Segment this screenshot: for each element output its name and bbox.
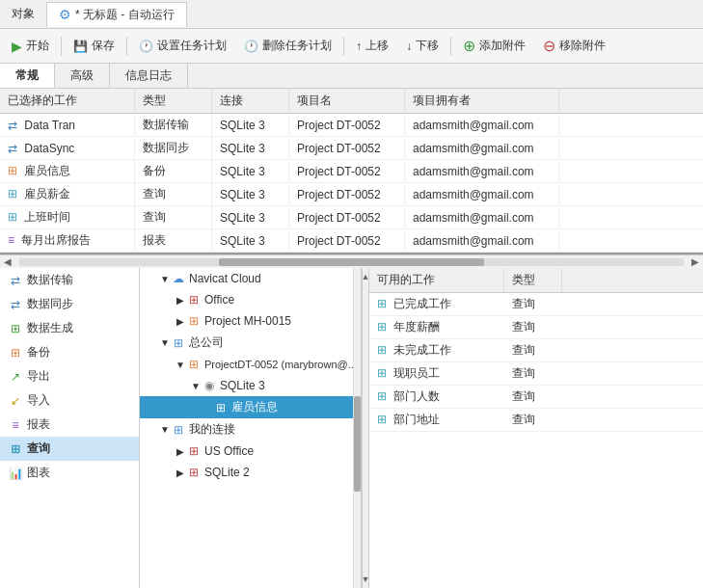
import-icon: ↙: [8, 393, 23, 409]
tree-toggle-zongsi[interactable]: ▼: [159, 337, 171, 348]
tree-item-zongsi[interactable]: ▼ ⊞ 总公司: [140, 332, 361, 354]
del-plan-button[interactable]: 🕐 删除任务计划: [236, 34, 339, 58]
start-button[interactable]: ▶ 开始: [4, 34, 57, 58]
tree-scroll-thumb[interactable]: [354, 396, 361, 493]
cell-conn-0: SQLite 3: [212, 116, 289, 135]
table-row[interactable]: ≡ 每月出席报告 报表 SQLite 3 Project DT-0052 ada…: [0, 229, 703, 253]
right-row[interactable]: ⊞ 未完成工作 查询: [369, 339, 703, 362]
tree-item-sqlite3[interactable]: ▼ ◉ SQLite 3: [140, 375, 361, 396]
cell-proj-2: Project DT-0052: [289, 162, 405, 181]
right-cell-name-5: ⊞ 部门地址: [369, 409, 504, 431]
right-cell-type-5: 查询: [504, 409, 562, 431]
save-button[interactable]: 💾 保存: [66, 34, 122, 58]
left-item-chart[interactable]: 📊 图表: [0, 461, 139, 485]
tab-autorun[interactable]: ⚙ * 无标题 - 自动运行: [46, 2, 187, 27]
cell-owner-2: adamsmith@gmail.com: [405, 162, 559, 181]
tree-item-us-office[interactable]: ▶ ⊞ US Office: [140, 441, 361, 462]
right-row[interactable]: ⊞ 年度薪酬 查询: [369, 316, 703, 339]
chart-icon: 📊: [8, 466, 23, 481]
tree-item-project-mh[interactable]: ▶ ⊞ Project MH-0015: [140, 310, 361, 332]
left-item-sync[interactable]: ⇄ 数据同步: [0, 292, 139, 316]
left-item-transfer[interactable]: ⇄ 数据传输: [0, 268, 139, 292]
cell-owner-1: adamsmith@gmail.com: [405, 139, 559, 158]
set-plan-button[interactable]: 🕐 设置任务计划: [131, 34, 234, 58]
tree-toggle-my-conn[interactable]: ▼: [159, 424, 171, 435]
right-cell-name-4: ⊞ 部门人数: [369, 386, 504, 408]
horizontal-scrollbar[interactable]: ◀ ▶: [0, 254, 703, 268]
tree-panel: ▼ ☁ Navicat Cloud ▶ ⊞ Office ▶ ⊞ Project…: [140, 268, 362, 588]
scroll-thumb[interactable]: [219, 258, 485, 266]
project-mh-icon: ⊞: [186, 313, 202, 329]
tab-advanced[interactable]: 高级: [55, 64, 110, 88]
right-cell-type-1: 查询: [504, 316, 562, 338]
scroll-right-arrow[interactable]: ▶: [688, 256, 703, 267]
cell-name-1: ⇄ DataSync: [0, 139, 135, 158]
right-panel: 可用的工作 类型 ⊞ 已完成工作 查询 ⊞ 年度薪酬 查询: [369, 268, 703, 588]
right-row[interactable]: ⊞ 部门地址 查询: [369, 409, 703, 432]
tree-toggle-us-office[interactable]: ▶: [175, 446, 186, 457]
tree-toggle-sqlite3[interactable]: ▼: [190, 381, 202, 391]
tree-toggle-navicat-cloud[interactable]: ▼: [159, 274, 171, 284]
scroll-track[interactable]: [19, 258, 684, 266]
employee-table-icon: ⊞: [213, 400, 229, 415]
tree-item-employee-info[interactable]: ⊞ 雇员信息: [140, 396, 361, 418]
right-cell-name-3: ⊞ 现职员工: [369, 362, 504, 385]
left-item-backup[interactable]: ⊞ 备份: [0, 340, 139, 364]
tree-item-my-conn[interactable]: ▼ ⊞ 我的连接: [140, 418, 361, 441]
right-cell-type-3: 查询: [504, 362, 562, 385]
tree-scrollbar[interactable]: [353, 268, 361, 588]
tree-toggle-sqlite2[interactable]: ▶: [175, 468, 186, 478]
tree-item-office[interactable]: ▶ ⊞ Office: [140, 289, 361, 310]
tree-item-sqlite2[interactable]: ▶ ⊞ SQLite 2: [140, 462, 361, 483]
toolbar-separator-4: [450, 37, 451, 56]
clock-del-icon: 🕐: [244, 40, 258, 53]
cell-conn-1: SQLite 3: [212, 139, 289, 158]
cell-proj-0: Project DT-0052: [289, 116, 405, 135]
table-row[interactable]: ⇄ DataSync 数据同步 SQLite 3 Project DT-0052…: [0, 137, 703, 160]
sqlite3-icon: ◉: [202, 378, 217, 393]
tree-item-project-dt[interactable]: ▼ ⊞ ProjectDT-0052 (marybrown@...: [140, 354, 361, 375]
tree-toggle-mh[interactable]: ▶: [175, 316, 186, 327]
row-icon-2: ⊞: [8, 164, 17, 177]
remove-attach-button[interactable]: ⊖ 移除附件: [535, 33, 613, 59]
add-attach-button[interactable]: ⊕ 添加附件: [455, 33, 533, 59]
export-icon: ↗: [8, 369, 23, 385]
right-row-icon-2: ⊞: [377, 343, 387, 357]
right-header: 可用的工作 类型: [369, 268, 703, 293]
col-header-proj: 项目名: [289, 89, 405, 113]
cell-conn-5: SQLite 3: [212, 231, 289, 251]
table-row[interactable]: ⊞ 雇员信息 备份 SQLite 3 Project DT-0052 adams…: [0, 160, 703, 183]
left-item-query[interactable]: ⊞ 查询: [0, 437, 139, 461]
left-item-export[interactable]: ↗ 导出: [0, 364, 139, 388]
left-item-report[interactable]: ≡ 报表: [0, 413, 139, 437]
main-content: 已选择的工作 类型 连接 项目名 项目拥有者 ⇄ Data Tran 数据传输 …: [0, 89, 703, 588]
row-icon-3: ⊞: [8, 187, 17, 200]
table-row[interactable]: ⊞ 雇员薪金 查询 SQLite 3 Project DT-0052 adams…: [0, 183, 703, 206]
sync-icon: ⇄: [8, 297, 23, 312]
right-row[interactable]: ⊞ 已完成工作 查询: [369, 293, 703, 316]
tab-objects[interactable]: 对象: [0, 2, 46, 26]
cell-name-2: ⊞ 雇员信息: [0, 160, 135, 182]
cell-proj-4: Project DT-0052: [289, 208, 405, 227]
clock-icon: 🕐: [139, 40, 153, 53]
right-row[interactable]: ⊞ 现职员工 查询: [369, 362, 703, 386]
up-button[interactable]: ↑ 上移: [348, 34, 396, 58]
table-row[interactable]: ⇄ Data Tran 数据传输 SQLite 3 Project DT-005…: [0, 114, 703, 137]
tab-log[interactable]: 信息日志: [110, 64, 188, 88]
left-panel: ⇄ 数据传输 ⇄ 数据同步 ⊞ 数据生成 ⊞ 备份 ↗ 导出 ↙ 导入: [0, 268, 140, 588]
cell-name-5: ≡ 每月出席报告: [0, 229, 135, 252]
scroll-left-arrow[interactable]: ◀: [0, 256, 15, 267]
left-item-import[interactable]: ↙ 导入: [0, 388, 139, 413]
tree-toggle-dt[interactable]: ▼: [175, 360, 186, 370]
table-header: 已选择的工作 类型 连接 项目名 项目拥有者: [0, 89, 703, 114]
right-row[interactable]: ⊞ 部门人数 查询: [369, 386, 703, 409]
cell-type-5: 报表: [135, 229, 212, 252]
table-row[interactable]: ⊞ 上班时间 查询 SQLite 3 Project DT-0052 adams…: [0, 206, 703, 229]
toolbar: ▶ 开始 💾 保存 🕐 设置任务计划 🕐 删除任务计划 ↑ 上移 ↓ 下移 ⊕ …: [0, 29, 703, 64]
right-cell-type-4: 查询: [504, 386, 562, 408]
tree-item-navicat-cloud[interactable]: ▼ ☁ Navicat Cloud: [140, 268, 361, 289]
tab-general[interactable]: 常规: [0, 64, 55, 88]
left-item-generate[interactable]: ⊞ 数据生成: [0, 316, 139, 340]
down-button[interactable]: ↓ 下移: [398, 34, 446, 58]
tree-toggle-office[interactable]: ▶: [175, 295, 186, 306]
